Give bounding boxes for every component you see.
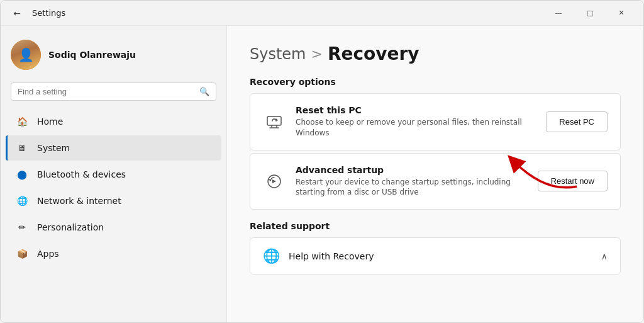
settings-window: ← Settings — □ ✕ 👤 Sodiq Olanrewaju 🔍 🏠 bbox=[0, 0, 644, 323]
related-support-title: Related support bbox=[250, 221, 621, 231]
search-input[interactable] bbox=[18, 87, 194, 96]
home-icon: 🏠 bbox=[16, 115, 28, 128]
advanced-startup-wrapper: Advanced startup Restart your device to … bbox=[250, 153, 621, 210]
sidebar-item-apps[interactable]: 📦 Apps bbox=[6, 241, 221, 266]
sidebar-item-system-label: System bbox=[37, 143, 70, 153]
advanced-startup-desc: Restart your device to change startup se… bbox=[296, 177, 528, 198]
system-icon: 🖥 bbox=[16, 142, 28, 154]
help-globe-icon: 🌐 bbox=[263, 248, 280, 264]
restart-now-action: Restart now bbox=[538, 171, 608, 191]
main-panel: System > Recovery Recovery options Reset… bbox=[227, 26, 643, 322]
reset-pc-content: Reset this PC Choose to keep or remove y… bbox=[296, 105, 536, 139]
sidebar-item-bluetooth[interactable]: ⬤ Bluetooth & devices bbox=[6, 162, 221, 187]
sidebar-item-personalization[interactable]: ✏️ Personalization bbox=[6, 215, 221, 240]
advanced-startup-content: Advanced startup Restart your device to … bbox=[296, 165, 528, 198]
sidebar-item-personalization-label: Personalization bbox=[37, 222, 104, 232]
sidebar: 👤 Sodiq Olanrewaju 🔍 🏠 Home 🖥 System ⬤ B… bbox=[1, 26, 227, 322]
reset-pc-action: Reset PC bbox=[546, 111, 608, 132]
reset-pc-icon bbox=[263, 110, 286, 133]
personalization-icon: ✏️ bbox=[16, 221, 28, 234]
sidebar-item-home-label: Home bbox=[37, 116, 63, 127]
help-left: 🌐 Help with Recovery bbox=[263, 248, 374, 264]
minimize-button[interactable]: — bbox=[544, 3, 573, 23]
window-controls: — □ ✕ bbox=[544, 3, 636, 23]
help-recovery-card[interactable]: 🌐 Help with Recovery ∧ bbox=[250, 237, 621, 275]
maximize-button[interactable]: □ bbox=[575, 3, 604, 23]
search-icon: 🔍 bbox=[199, 87, 209, 96]
app-title: Settings bbox=[32, 8, 65, 18]
reset-pc-title: Reset this PC bbox=[296, 105, 536, 115]
reset-pc-card: Reset this PC Choose to keep or remove y… bbox=[250, 93, 621, 150]
search-box[interactable]: 🔍 bbox=[11, 82, 216, 101]
breadcrumb-current: Recovery bbox=[328, 43, 419, 64]
chevron-up-icon: ∧ bbox=[601, 251, 608, 261]
network-icon: 🌐 bbox=[16, 195, 28, 207]
advanced-startup-title: Advanced startup bbox=[296, 165, 528, 175]
close-button[interactable]: ✕ bbox=[607, 3, 636, 23]
sidebar-item-apps-label: Apps bbox=[37, 249, 59, 259]
user-profile: 👤 Sodiq Olanrewaju bbox=[1, 33, 226, 80]
help-label: Help with Recovery bbox=[289, 251, 374, 261]
breadcrumb-separator: > bbox=[311, 46, 323, 62]
username: Sodiq Olanrewaju bbox=[48, 50, 136, 60]
recovery-options-title: Recovery options bbox=[250, 77, 621, 87]
breadcrumb: System > Recovery bbox=[250, 43, 621, 64]
svg-rect-0 bbox=[267, 116, 281, 125]
sidebar-item-bluetooth-label: Bluetooth & devices bbox=[37, 169, 126, 179]
main-content: 👤 Sodiq Olanrewaju 🔍 🏠 Home 🖥 System ⬤ B… bbox=[1, 26, 643, 322]
apps-icon: 📦 bbox=[16, 247, 28, 260]
sidebar-item-network-label: Network & internet bbox=[37, 196, 121, 206]
sidebar-item-home[interactable]: 🏠 Home bbox=[6, 109, 221, 134]
restart-now-button[interactable]: Restart now bbox=[538, 171, 608, 191]
sidebar-item-network[interactable]: 🌐 Network & internet bbox=[6, 188, 221, 213]
breadcrumb-parent: System bbox=[250, 45, 306, 63]
reset-pc-button[interactable]: Reset PC bbox=[546, 111, 608, 132]
advanced-startup-card: Advanced startup Restart your device to … bbox=[250, 153, 621, 210]
back-button[interactable]: ← bbox=[8, 4, 26, 22]
advanced-startup-icon bbox=[263, 170, 286, 193]
avatar: 👤 bbox=[11, 40, 41, 70]
reset-pc-desc: Choose to keep or remove your personal f… bbox=[296, 117, 536, 139]
sidebar-item-system[interactable]: 🖥 System bbox=[6, 135, 221, 161]
bluetooth-icon: ⬤ bbox=[16, 168, 28, 181]
titlebar: ← Settings — □ ✕ bbox=[1, 1, 643, 26]
